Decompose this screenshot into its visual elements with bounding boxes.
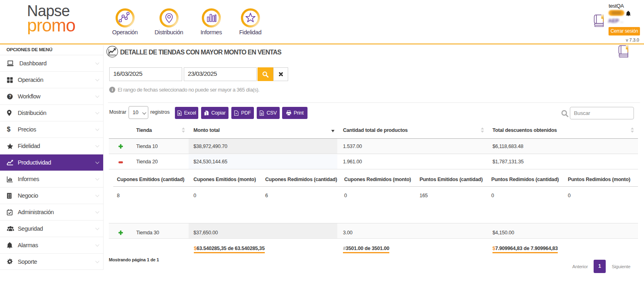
svg-text:?: ?	[9, 94, 11, 99]
